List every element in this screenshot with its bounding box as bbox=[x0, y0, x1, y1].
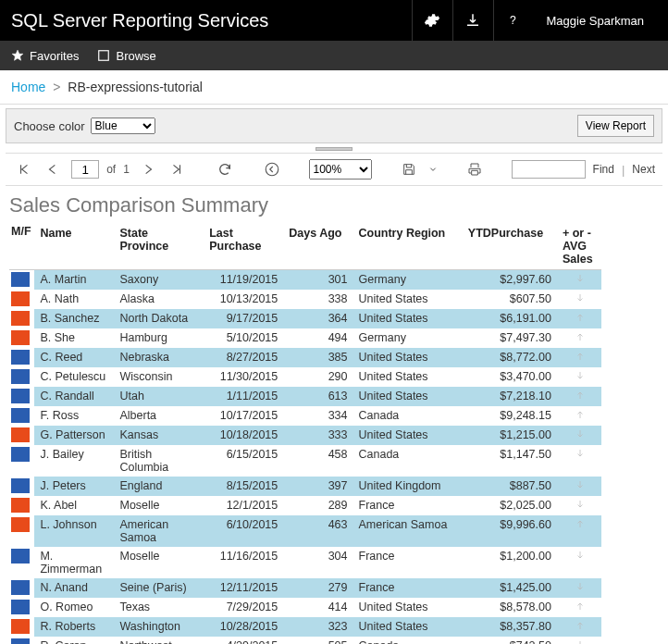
cell-country: United States bbox=[353, 348, 463, 367]
cell-state: Moselle bbox=[114, 496, 204, 515]
cell-ytd: $3,470.00 bbox=[463, 367, 557, 387]
cell-days: 385 bbox=[283, 348, 353, 367]
breadcrumb-current: RB-expressions-tutorial bbox=[68, 80, 203, 94]
mf-swatch bbox=[11, 311, 30, 326]
mf-swatch bbox=[11, 619, 30, 634]
cell-name: J. Peters bbox=[34, 477, 114, 496]
save-icon[interactable] bbox=[398, 158, 420, 180]
cell-ytd: $742.50 bbox=[463, 637, 557, 644]
cell-country: United States bbox=[353, 367, 463, 387]
cell-days: 463 bbox=[283, 515, 353, 547]
table-row: C. PetulescuWisconsin11/30/2015290United… bbox=[9, 367, 601, 387]
user-name[interactable]: Maggie Sparkman bbox=[534, 14, 658, 28]
cell-last: 6/10/2015 bbox=[204, 515, 283, 547]
breadcrumb-home[interactable]: Home bbox=[11, 80, 45, 94]
cell-country: Canada bbox=[353, 445, 463, 477]
cell-country: United States bbox=[353, 387, 463, 406]
nav-favorites[interactable]: Favorites bbox=[11, 49, 79, 63]
col-days: Days Ago bbox=[283, 223, 353, 270]
col-last: Last Purchase bbox=[204, 223, 283, 270]
page-of-label: of bbox=[106, 163, 116, 176]
cell-avg bbox=[557, 406, 601, 426]
find-input[interactable] bbox=[512, 160, 586, 179]
download-icon[interactable] bbox=[452, 0, 493, 41]
cell-avg bbox=[557, 547, 601, 578]
cell-avg bbox=[557, 515, 601, 547]
prev-page-icon[interactable] bbox=[43, 158, 65, 180]
cell-last: 6/15/2015 bbox=[204, 445, 283, 477]
cell-avg bbox=[557, 290, 601, 309]
cell-ytd: $1,200.00 bbox=[463, 547, 557, 578]
refresh-icon[interactable] bbox=[214, 158, 236, 180]
find-link[interactable]: Find bbox=[593, 163, 614, 176]
first-page-icon[interactable] bbox=[13, 158, 35, 180]
cell-state: Nebraska bbox=[114, 348, 204, 367]
cell-last: 1/11/2015 bbox=[204, 387, 283, 406]
table-row: K. AbelMoselle12/1/2015289France$2,025.0… bbox=[9, 496, 601, 515]
cell-name: L. Johnson bbox=[34, 515, 114, 547]
arrow-down-icon bbox=[575, 428, 584, 438]
print-icon[interactable] bbox=[464, 158, 486, 180]
col-mf: M/F bbox=[9, 223, 34, 270]
cell-days: 279 bbox=[283, 578, 353, 598]
back-icon[interactable] bbox=[261, 158, 283, 180]
cell-days: 458 bbox=[283, 445, 353, 477]
cell-avg bbox=[557, 637, 601, 644]
last-page-icon[interactable] bbox=[166, 158, 188, 180]
cell-last: 12/11/2015 bbox=[204, 578, 283, 598]
cell-days: 397 bbox=[283, 477, 353, 496]
cell-state: England bbox=[114, 477, 204, 496]
cell-state: Northwest Territories bbox=[114, 637, 204, 644]
gear-icon[interactable] bbox=[412, 0, 452, 41]
param-color-select[interactable]: Blue bbox=[91, 118, 155, 134]
header-actions: ? Maggie Sparkman bbox=[412, 0, 658, 41]
next-page-icon[interactable] bbox=[137, 158, 159, 180]
cell-last: 9/17/2015 bbox=[204, 309, 283, 328]
cell-country: Germany bbox=[353, 270, 463, 291]
cell-name: B. Sanchez bbox=[34, 309, 114, 328]
cell-name: R. Caron bbox=[34, 637, 114, 644]
cell-name: M. Zimmerman bbox=[34, 547, 114, 578]
mf-swatch bbox=[11, 369, 30, 384]
report-viewport: Sales Comparison Summary M/F Name State … bbox=[0, 186, 668, 644]
cell-name: A. Martin bbox=[34, 270, 114, 291]
breadcrumb: Home > RB-expressions-tutorial bbox=[0, 70, 668, 105]
nav-bar: Favorites Browse bbox=[0, 41, 668, 70]
table-row: R. RobertsWashington10/28/2015323United … bbox=[9, 617, 601, 637]
mf-swatch bbox=[11, 291, 30, 306]
mf-swatch bbox=[11, 447, 30, 462]
mf-swatch bbox=[11, 478, 30, 493]
table-row: J. BaileyBritish Columbia6/15/2015458Can… bbox=[9, 445, 601, 477]
table-row: A. NathAlaska10/13/2015338United States$… bbox=[9, 290, 601, 309]
arrow-down-icon bbox=[575, 581, 584, 590]
nav-browse-label: Browse bbox=[116, 49, 155, 63]
save-dropdown-icon[interactable] bbox=[427, 158, 439, 180]
cell-state: Saxony bbox=[114, 270, 204, 291]
nav-browse[interactable]: Browse bbox=[97, 49, 155, 63]
mf-swatch bbox=[11, 498, 30, 513]
parameters-bar: Choose color Blue View Report bbox=[6, 108, 662, 143]
cell-ytd: $887.50 bbox=[463, 477, 557, 496]
cell-ytd: $1,425.00 bbox=[463, 578, 557, 598]
mf-swatch bbox=[11, 408, 30, 423]
mf-swatch bbox=[11, 638, 30, 644]
cell-ytd: $2,025.00 bbox=[463, 496, 557, 515]
table-row: J. PetersEngland8/15/2015397United Kingd… bbox=[9, 477, 601, 496]
cell-country: United States bbox=[353, 598, 463, 617]
cell-state: Seine (Paris) bbox=[114, 578, 204, 598]
view-report-button[interactable]: View Report bbox=[577, 115, 654, 137]
nav-favorites-label: Favorites bbox=[30, 49, 79, 63]
mf-swatch bbox=[11, 389, 30, 403]
cell-days: 289 bbox=[283, 496, 353, 515]
cell-country: United States bbox=[353, 426, 463, 445]
arrow-down-icon bbox=[575, 370, 584, 379]
mf-swatch bbox=[11, 330, 30, 345]
zoom-select[interactable]: 100% bbox=[309, 159, 373, 180]
page-number-input[interactable] bbox=[71, 160, 99, 179]
cell-days: 301 bbox=[283, 270, 353, 291]
help-icon[interactable]: ? bbox=[493, 0, 534, 41]
find-next-link[interactable]: Next bbox=[632, 163, 655, 176]
mf-swatch bbox=[11, 517, 30, 532]
col-avg: + or - AVG Sales bbox=[557, 223, 601, 270]
app-title: SQL Server Reporting Services bbox=[11, 10, 412, 31]
